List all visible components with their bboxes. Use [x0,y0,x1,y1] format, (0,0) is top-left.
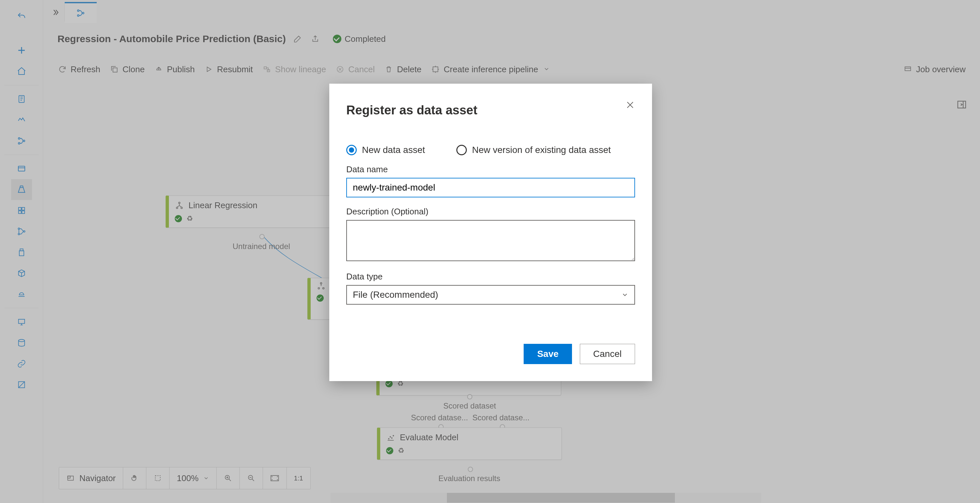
radio-icon [457,145,467,155]
radio-new-version[interactable]: New version of existing data asset [457,145,611,155]
radio-new-data-asset[interactable]: New data asset [346,145,425,155]
dialog-cancel-button[interactable]: Cancel [580,344,635,364]
chevron-down-icon [621,291,628,299]
description-input[interactable] [346,220,635,261]
data-type-label: Data type [346,271,635,282]
description-label: Description (Optional) [346,206,635,217]
register-data-asset-dialog: Register as data asset New data asset Ne… [329,84,652,381]
close-icon[interactable] [625,100,635,111]
dialog-title: Register as data asset [346,103,635,117]
radio-icon [346,145,357,155]
data-name-label: Data name [346,164,635,174]
save-button[interactable]: Save [523,344,572,364]
data-type-select[interactable]: File (Recommended) [346,285,635,305]
data-name-input[interactable] [346,178,635,197]
